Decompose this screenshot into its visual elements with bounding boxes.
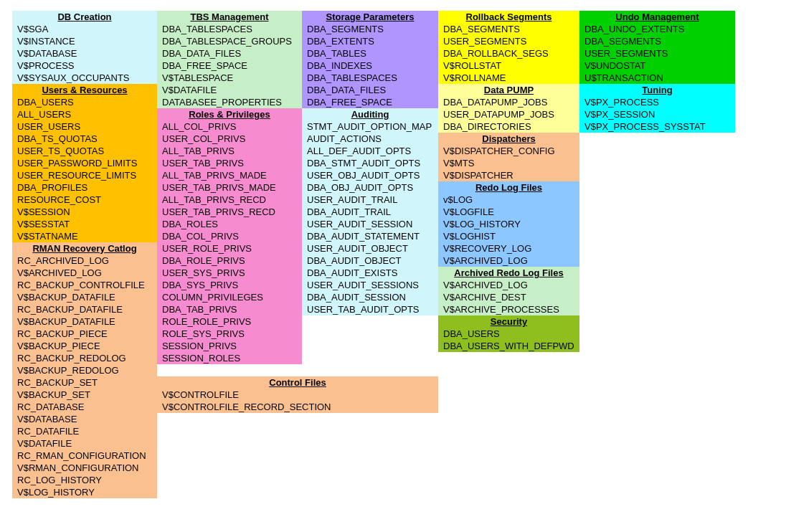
view-name: ALL_TAB_PRIVS [157, 145, 302, 157]
section-header-rman: RMAN Recovery Catlog [12, 242, 157, 255]
section-dispatchers: DispatchersV$DISPATCHER_CONFIGV$MTSV$DIS… [438, 133, 579, 181]
view-name: RC_BACKUP_REDOLOG [12, 352, 157, 364]
section-header-undo: Undo Management [579, 11, 735, 23]
view-name: V$DATABASE [12, 47, 157, 60]
view-name: SESSION_ROLES [157, 352, 302, 364]
view-name: DBA_AUDIT_OBJECT [302, 255, 438, 267]
view-name: DBA_SEGMENTS [438, 23, 579, 35]
view-name: USER_USERS [12, 120, 157, 133]
view-name: V$BACKUP_DATAFILE [12, 315, 157, 328]
view-name: V$CONTROLFILE [157, 389, 438, 401]
view-name: V$MTS [438, 157, 579, 169]
view-name: DBA_STMT_AUDIT_OPTS [302, 157, 438, 169]
section-tbs: TBS ManagementDBA_TABLESPACESDBA_TABLESP… [157, 11, 302, 108]
view-name: USER_AUDIT_SESSIONS [302, 279, 438, 291]
view-name: V$INSTANCE [12, 35, 157, 47]
section-tuning: TuningV$PX_PROCESSV$PX_SESSIONV$PX_PROCE… [579, 84, 735, 133]
view-name: USER_SEGMENTS [438, 35, 579, 47]
section-header-users-resources: Users & Resources [12, 84, 157, 96]
view-name: USER_SEGMENTS [579, 47, 735, 60]
view-name: RC_LOG_HISTORY [12, 474, 157, 486]
section-header-tuning: Tuning [579, 84, 735, 96]
view-name: DBA_INDEXES [302, 60, 438, 72]
view-name: DBA_USERS_WITH_DEFPWD [438, 340, 579, 352]
view-name: DBA_TABLESPACES [157, 23, 302, 35]
section-rman: RMAN Recovery CatlogRC_ARCHIVED_LOGV$ARC… [12, 242, 157, 498]
view-name: COLUMN_PRIVILEGES [157, 291, 302, 303]
view-name: DBA_AUDIT_EXISTS [302, 267, 438, 279]
view-name: DBA_FREE_SPACE [157, 60, 302, 72]
view-name: V$BACKUP_PIECE [12, 340, 157, 352]
view-name: V$ROLLSTAT [438, 60, 579, 72]
view-name: V$BACKUP_SET [12, 389, 157, 401]
view-name: SESSION_PRIVS [157, 340, 302, 352]
view-name: RC_BACKUP_PIECE [12, 328, 157, 340]
view-name: RC_BACKUP_CONTROLFILE [12, 279, 157, 291]
view-name: V$ARCHIVED_LOG [438, 279, 579, 291]
view-name: V$PX_PROCESS_SYSSTAT [579, 120, 735, 133]
view-name: V$PX_PROCESS [579, 96, 735, 108]
view-name: RC_DATABASE [12, 401, 157, 413]
view-name: V$SESSION [12, 206, 157, 218]
view-name: DBA_ROLE_PRIVS [157, 255, 302, 267]
view-name: STMT_AUDIT_OPTION_MAP [302, 120, 438, 133]
view-name: DBA_SEGMENTS [579, 35, 735, 47]
view-name: V$ARCHIVE_DEST [438, 291, 579, 303]
view-name: ROLE_SYS_PRIVS [157, 328, 302, 340]
view-name: USER_OBJ_AUDIT_OPTS [302, 169, 438, 181]
view-name: DBA_TS_QUOTAS [12, 133, 157, 145]
section-security: SecurityDBA_USERSDBA_USERS_WITH_DEFPWD [438, 315, 579, 352]
view-name: V$TABLESPACE [157, 72, 302, 84]
view-name: DBA_SYS_PRIVS [157, 279, 302, 291]
view-name: V$UNDOSTAT [579, 60, 735, 72]
view-name: DBA_EXTENTS [302, 35, 438, 47]
view-name: DBA_TAB_PRIVS [157, 303, 302, 315]
section-db-creation: DB CreationV$SGAV$INSTANCEV$DATABASEV$PR… [12, 11, 157, 84]
section-header-security: Security [438, 315, 579, 328]
view-name: V$BACKUP_REDOLOG [12, 364, 157, 376]
section-header-redo: Redo Log Files [438, 181, 579, 194]
view-name: USER_AUDIT_SESSION [302, 218, 438, 230]
view-name: DATABASEE_PROPERTIES [157, 96, 302, 108]
view-name: V$PX_SESSION [579, 108, 735, 120]
view-name: USER_TS_QUOTAS [12, 145, 157, 157]
view-name: RC_DATAFILE [12, 425, 157, 437]
section-users-resources: Users & ResourcesDBA_USERSALL_USERSUSER_… [12, 84, 157, 242]
view-name: DBA_ROLES [157, 218, 302, 230]
view-name: USER_ROLE_PRIVS [157, 242, 302, 255]
view-name: DBA_AUDIT_SESSION [302, 291, 438, 303]
section-arch-redo: Archived Redo Log FilesV$ARCHIVED_LOGV$A… [438, 267, 579, 315]
view-name: V$STATNAME [12, 230, 157, 242]
view-name: USER_RESOURCE_LIMITS [12, 169, 157, 181]
view-name: ALL_COL_PRIVS [157, 120, 302, 133]
view-name: USER_AUDIT_OBJECT [302, 242, 438, 255]
view-name: ALL_USERS [12, 108, 157, 120]
section-header-db-creation: DB Creation [12, 11, 157, 23]
view-name: V$LOG_HISTORY [438, 218, 579, 230]
view-name: V$LOG_HISTORY [12, 486, 157, 498]
section-header-datapump: Data PUMP [438, 84, 579, 96]
view-name: V$DATAFILE [157, 84, 302, 96]
view-name: U$TRANSACTION [579, 72, 735, 84]
section-header-tbs: TBS Management [157, 11, 302, 23]
section-storage: Storage ParametersDBA_SEGMENTSDBA_EXTENT… [302, 11, 438, 108]
view-name: V$SGA [12, 23, 157, 35]
view-name: AUDIT_ACTIONS [302, 133, 438, 145]
section-header-storage: Storage Parameters [302, 11, 438, 23]
view-name: USER_PASSWORD_LIMITS [12, 157, 157, 169]
view-name: DBA_DATA_FILES [157, 47, 302, 60]
view-name: V$DATABASE [12, 413, 157, 425]
view-name: ROLE_ROLE_PRIVS [157, 315, 302, 328]
section-auditing: AuditingSTMT_AUDIT_OPTION_MAPAUDIT_ACTIO… [302, 108, 438, 315]
section-redo: Redo Log Filesv$LOGV$LOGFILEV$LOG_HISTOR… [438, 181, 579, 267]
view-name: V$CONTROLFILE_RECORD_SECTION [157, 401, 438, 413]
section-rollback: Rollback SegmentsDBA_SEGMENTSUSER_SEGMEN… [438, 11, 579, 84]
view-name: V$DISPATCHER_CONFIG [438, 145, 579, 157]
view-name: ALL_TAB_PRIVS_MADE [157, 169, 302, 181]
view-name: V$DATAFILE [12, 437, 157, 450]
view-name: V$SESSTAT [12, 218, 157, 230]
view-name: DBA_DATA_FILES [302, 84, 438, 96]
view-name: DBA_OBJ_AUDIT_OPTS [302, 181, 438, 194]
view-name: V$ARCHIVED_LOG [438, 255, 579, 267]
view-name: USER_AUDIT_TRAIL [302, 194, 438, 206]
